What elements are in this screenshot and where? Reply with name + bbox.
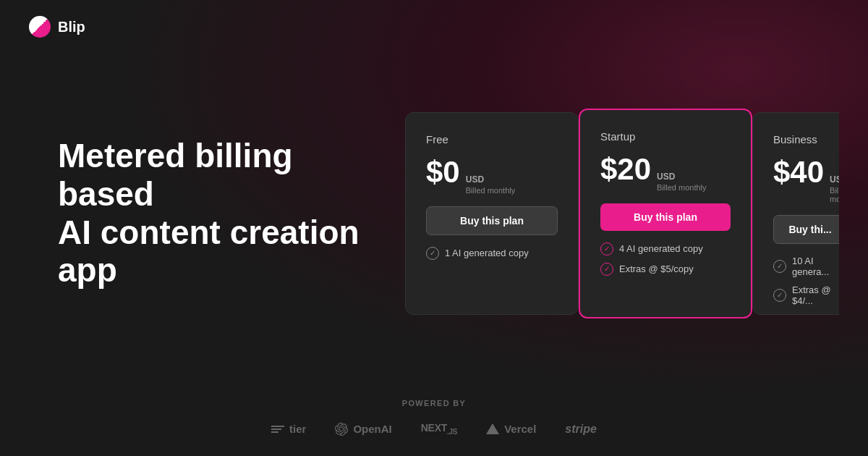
tier-logo: tier xyxy=(271,423,306,435)
hero-title: Metered billing based AI content creatio… xyxy=(58,137,362,290)
plan-name-free: Free xyxy=(426,133,558,145)
pricing-card-free: Free $0 USD Billed monthly Buy this plan… xyxy=(405,112,579,315)
feature-item: ✓ 10 AI genera... xyxy=(773,256,839,277)
nextjs-label: NEXT.JS xyxy=(421,422,457,436)
plan-name-startup: Startup xyxy=(600,130,731,143)
pricing-card-business: Business $40 USD Billed mo... Buy thi...… xyxy=(752,112,839,315)
plan-price-free: $0 USD Billed monthly xyxy=(426,157,558,195)
pricing-card-startup: Startup $20 USD Billed monthly Buy this … xyxy=(579,109,752,318)
feature-text: 4 AI generated copy xyxy=(619,243,703,254)
check-icon: ✓ xyxy=(773,289,786,302)
check-icon: ✓ xyxy=(426,247,439,260)
nextjs-logo: NEXT.JS xyxy=(421,422,457,436)
check-icon: ✓ xyxy=(600,263,613,276)
vercel-logo: Vercel xyxy=(486,423,536,435)
price-amount-free: $0 xyxy=(426,157,460,187)
powered-by-label: POWERED BY xyxy=(402,399,466,408)
price-currency-free: USD xyxy=(466,174,515,185)
price-amount-business: $40 xyxy=(773,157,824,187)
feature-item: ✓ Extras @ $5/copy xyxy=(600,263,731,276)
buy-button-free[interactable]: Buy this plan xyxy=(426,206,558,235)
buy-button-business[interactable]: Buy thi... xyxy=(773,215,839,244)
feature-item: ✓ Extras @ $4/... xyxy=(773,284,839,306)
feature-list-business: ✓ 10 AI genera... ✓ Extras @ $4/... xyxy=(773,256,839,306)
tier-icon xyxy=(271,426,284,433)
plan-price-startup: $20 USD Billed monthly xyxy=(600,154,731,192)
price-billing-free: Billed monthly xyxy=(466,186,515,195)
check-icon: ✓ xyxy=(773,260,786,273)
feature-list-startup: ✓ 4 AI generated copy ✓ Extras @ $5/copy xyxy=(600,242,731,276)
buy-button-startup[interactable]: Buy this plan xyxy=(600,203,731,231)
feature-text: Extras @ $5/copy xyxy=(619,263,694,274)
feature-item: ✓ 4 AI generated copy xyxy=(600,242,731,256)
openai-logo: OpenAI xyxy=(335,423,391,436)
vercel-label: Vercel xyxy=(504,423,536,435)
check-icon: ✓ xyxy=(600,242,613,256)
feature-text: 10 AI genera... xyxy=(792,256,839,277)
feature-item: ✓ 1 AI generated copy xyxy=(426,247,558,260)
stripe-logo: stripe xyxy=(565,423,597,436)
feature-text: 1 AI generated copy xyxy=(445,248,529,258)
plan-name-business: Business xyxy=(773,133,839,145)
openai-icon xyxy=(335,423,348,436)
tier-label: tier xyxy=(289,423,306,435)
app-name: Blip xyxy=(58,19,85,35)
footer: POWERED BY tier OpenAI NEXT.JS xyxy=(0,387,868,456)
price-billing-startup: Billed monthly xyxy=(657,183,706,192)
vercel-icon xyxy=(486,423,499,434)
price-billing-business: Billed mo... xyxy=(830,186,839,203)
plan-price-business: $40 USD Billed mo... xyxy=(773,157,839,203)
page-content: Blip Metered billing based AI content cr… xyxy=(0,0,868,456)
logo: Blip xyxy=(29,16,85,38)
price-amount-startup: $20 xyxy=(600,154,651,185)
header: Blip xyxy=(0,0,868,54)
feature-text: Extras @ $4/... xyxy=(792,284,839,306)
pricing-area: Free $0 USD Billed monthly Buy this plan… xyxy=(405,98,839,329)
main-section: Metered billing based AI content creatio… xyxy=(0,54,868,387)
stripe-label: stripe xyxy=(565,423,597,436)
feature-list-free: ✓ 1 AI generated copy xyxy=(426,247,558,260)
powered-by-logos: tier OpenAI NEXT.JS Vercel stripe xyxy=(271,422,597,436)
price-currency-business: USD xyxy=(830,174,839,185)
logo-icon xyxy=(29,16,51,38)
openai-label: OpenAI xyxy=(353,423,391,435)
price-currency-startup: USD xyxy=(657,172,706,182)
hero-section: Metered billing based AI content creatio… xyxy=(58,137,362,290)
